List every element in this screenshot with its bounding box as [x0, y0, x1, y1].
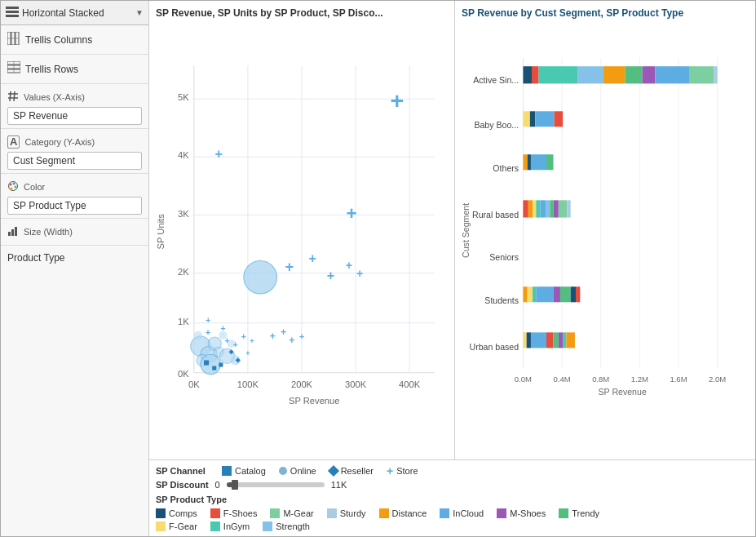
- color-field[interactable]: SP Product Type: [7, 197, 142, 215]
- svg-text:Students: Students: [484, 295, 519, 305]
- values-x-label: Values (X-Axis): [24, 92, 85, 102]
- svg-rect-140: [536, 286, 553, 302]
- svg-rect-119: [523, 111, 529, 126]
- channel-legend-row: SP Channel Catalog Online Reseller + Sto…: [156, 464, 749, 478]
- svg-text:+: +: [346, 259, 352, 272]
- svg-text:0.4M: 0.4M: [553, 375, 570, 384]
- svg-rect-125: [531, 154, 546, 170]
- svg-rect-152: [566, 332, 575, 348]
- svg-rect-146: [527, 332, 531, 348]
- online-icon: [279, 467, 287, 475]
- catalog-icon: [222, 466, 232, 476]
- svg-text:+: +: [215, 146, 223, 161]
- incloud-label: InCloud: [453, 508, 484, 518]
- legend-store: + Store: [387, 465, 418, 477]
- discount-max: 11K: [331, 480, 347, 490]
- main-content: SP Revenue, SP Units by SP Product, SP D…: [149, 1, 755, 536]
- f-shoes-color-icon: [210, 508, 220, 518]
- bottom-panel: SP Channel Catalog Online Reseller + Sto…: [149, 459, 755, 536]
- catalog-label: Catalog: [235, 466, 266, 476]
- trellis-columns-icon: [7, 32, 20, 47]
- svg-text:+: +: [285, 258, 294, 275]
- sidebar-top-label: Horizontal Stacked: [22, 7, 132, 19]
- svg-point-22: [15, 186, 17, 189]
- svg-text:Rural based: Rural based: [472, 210, 519, 220]
- svg-text:+: +: [220, 324, 225, 333]
- sturdy-color-icon: [327, 508, 337, 518]
- size-label: Size (Width): [24, 227, 73, 237]
- values-x-field[interactable]: SP Revenue: [7, 107, 142, 125]
- scatter-title: SP Revenue, SP Units by SP Product, SP D…: [153, 4, 451, 24]
- strength-label: Strength: [276, 521, 310, 531]
- svg-rect-120: [530, 111, 535, 126]
- reseller-icon: [328, 465, 339, 477]
- svg-rect-124: [528, 154, 531, 170]
- svg-text:Baby Boo...: Baby Boo...: [474, 120, 519, 130]
- discount-slider[interactable]: [227, 482, 325, 487]
- svg-point-21: [13, 183, 15, 185]
- sp-channel-label: SP Channel: [156, 466, 206, 476]
- svg-rect-136: [567, 200, 570, 217]
- svg-text:2.0M: 2.0M: [709, 375, 726, 384]
- svg-rect-79: [212, 366, 216, 371]
- svg-text:Seniors: Seniors: [489, 252, 519, 262]
- svg-rect-128: [528, 200, 533, 217]
- svg-rect-141: [553, 286, 559, 302]
- svg-text:4K: 4K: [178, 150, 189, 160]
- svg-rect-127: [523, 200, 528, 217]
- svg-rect-148: [546, 332, 553, 348]
- incloud-color-icon: [440, 508, 449, 518]
- svg-text:+: +: [299, 331, 305, 341]
- sidebar-item-trellis-columns[interactable]: Trellis Columns: [1, 25, 148, 55]
- color-label: Color: [24, 182, 45, 192]
- svg-point-66: [201, 354, 220, 374]
- svg-rect-151: [563, 332, 566, 348]
- product-type-legend-row-1: Comps F-Shoes M-Gear Sturdy: [156, 507, 749, 520]
- ingym-label: InGym: [223, 521, 250, 531]
- store-icon: +: [387, 465, 393, 477]
- discount-min: 0: [215, 480, 220, 490]
- legend-comps: Comps: [156, 508, 197, 518]
- sidebar-top-item[interactable]: Horizontal Stacked ▼: [1, 1, 148, 25]
- svg-rect-26: [15, 227, 17, 236]
- m-gear-color-icon: [270, 508, 280, 518]
- svg-rect-142: [560, 286, 571, 302]
- svg-rect-132: [546, 200, 550, 217]
- svg-rect-116: [655, 66, 689, 83]
- legend-incloud: InCloud: [440, 508, 484, 518]
- svg-rect-115: [643, 66, 656, 83]
- svg-text:+: +: [346, 203, 356, 224]
- svg-text:Others: Others: [493, 163, 519, 173]
- svg-text:1K: 1K: [178, 317, 189, 326]
- online-label: Online: [290, 466, 316, 476]
- svg-rect-150: [559, 332, 563, 348]
- svg-text:SP Revenue: SP Revenue: [289, 396, 340, 406]
- svg-text:+: +: [308, 251, 316, 265]
- sidebar-item-trellis-rows[interactable]: Trellis Rows: [1, 55, 148, 84]
- svg-text:+: +: [233, 340, 238, 349]
- svg-text:+: +: [281, 326, 286, 338]
- svg-point-23: [11, 188, 13, 190]
- svg-rect-133: [550, 200, 553, 217]
- svg-text:SP Revenue: SP Revenue: [599, 387, 647, 397]
- svg-text:0K: 0K: [188, 379, 200, 389]
- product-type-legend-row-2: F-Gear InGym Strength: [156, 520, 749, 533]
- svg-rect-0: [6, 7, 19, 9]
- svg-line-16: [14, 91, 15, 101]
- svg-text:Urban based: Urban based: [470, 342, 519, 352]
- svg-rect-122: [555, 111, 564, 126]
- dropdown-arrow-icon[interactable]: ▼: [135, 8, 144, 17]
- category-y-field[interactable]: Cust Segment: [7, 152, 142, 170]
- comps-color-icon: [156, 508, 166, 518]
- legend-catalog: Catalog: [222, 466, 266, 476]
- svg-rect-1: [6, 11, 19, 13]
- svg-text:1.6M: 1.6M: [670, 375, 687, 384]
- sturdy-label: Sturdy: [340, 508, 366, 518]
- reseller-label: Reseller: [341, 466, 374, 476]
- svg-rect-111: [538, 66, 577, 83]
- svg-text:SP Units: SP Units: [156, 214, 166, 250]
- bar-chart-title: SP Revenue by Cust Segment, SP Product T…: [458, 4, 752, 22]
- trendy-color-icon: [559, 508, 568, 518]
- scatter-chart: 5K 4K 3K 2K 1K 0K: [153, 24, 451, 456]
- top-panel: SP Revenue, SP Units by SP Product, SP D…: [149, 1, 755, 459]
